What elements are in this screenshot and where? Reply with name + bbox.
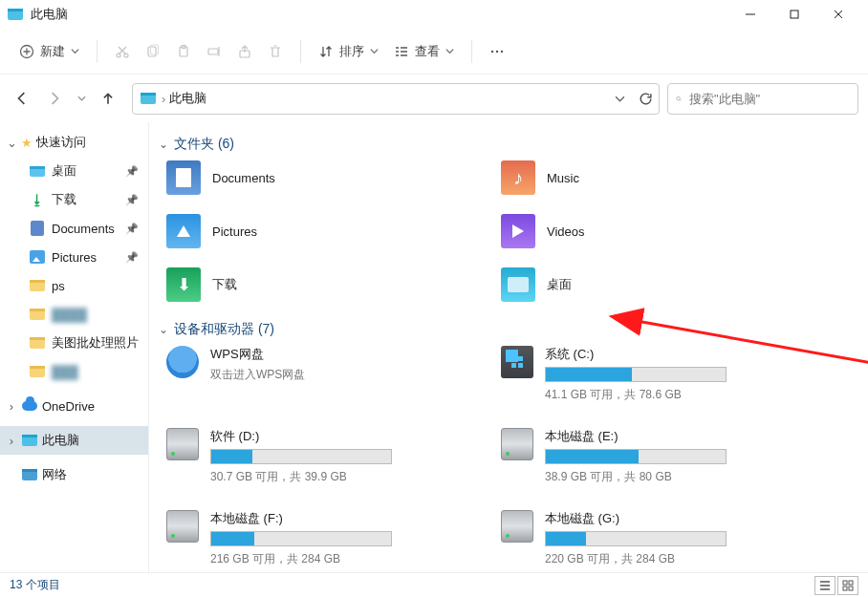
up-button[interactable] (94, 84, 122, 113)
sidebar-this-pc[interactable]: › 此电脑 (0, 426, 148, 455)
sidebar-network-label: 网络 (42, 466, 67, 483)
sidebar-network[interactable]: › 网络 (0, 460, 148, 489)
copy-button[interactable] (138, 38, 168, 65)
drive-item[interactable]: 本地磁盘 (E:)38.9 GB 可用，共 80 GB (501, 428, 818, 485)
minimize-button[interactable] (728, 0, 772, 29)
drive-item[interactable]: 本地磁盘 (F:)216 GB 可用，共 284 GB (166, 510, 484, 567)
folder-item[interactable]: Documents (166, 160, 484, 195)
drive-usage-bar (210, 531, 392, 546)
share-button[interactable] (229, 38, 260, 65)
docs-folder-icon (166, 160, 201, 195)
drive-item[interactable]: WPS网盘双击进入WPS网盘 (166, 346, 484, 403)
desk-folder-icon (501, 267, 535, 302)
svg-point-12 (501, 50, 503, 52)
music-folder-icon (501, 160, 535, 195)
folder-item[interactable]: 下载 (166, 267, 484, 302)
view-details-button[interactable] (814, 576, 835, 595)
sidebar-onedrive[interactable]: › OneDrive (0, 392, 148, 420)
drive-icon (166, 428, 199, 460)
maximize-button[interactable] (772, 0, 816, 29)
drive-item[interactable]: 软件 (D:)30.7 GB 可用，共 39.9 GB (166, 428, 484, 485)
drive-name: 本地磁盘 (G:) (545, 510, 818, 527)
delete-button[interactable] (260, 38, 291, 65)
paste-button[interactable] (168, 38, 199, 65)
address-bar[interactable]: › 此电脑 (132, 83, 660, 115)
svg-point-11 (496, 50, 498, 52)
breadcrumb: › 此电脑 (162, 90, 609, 107)
search-icon (676, 92, 682, 106)
new-button[interactable]: 新建 (11, 37, 87, 66)
drive-usage-bar (545, 367, 727, 382)
chevron-down-icon[interactable] (615, 94, 625, 104)
sidebar-item[interactable]: Pictures📌 (0, 243, 148, 271)
sort-button[interactable]: 排序 (311, 37, 386, 66)
network-icon (22, 469, 37, 480)
drive-name: 本地磁盘 (E:) (545, 428, 818, 445)
history-dropdown[interactable] (73, 84, 90, 113)
folders-section-title: 文件夹 (6) (174, 136, 234, 153)
pin-icon: 📌 (125, 165, 139, 178)
sidebar-quick-access-label: 快速访问 (36, 134, 86, 151)
sidebar-item[interactable]: ps (0, 271, 148, 300)
sidebar-item[interactable]: ███ (0, 357, 148, 386)
sidebar-item[interactable]: 美图批处理照片 (0, 329, 148, 357)
drives-section-header[interactable]: ⌄ 设备和驱动器 (7) (157, 315, 857, 346)
folders-section-header[interactable]: ⌄ 文件夹 (6) (157, 130, 857, 160)
folder-item[interactable]: Pictures (166, 214, 484, 248)
search-input[interactable] (689, 92, 850, 106)
window-title: 此电脑 (31, 6, 728, 23)
pc-icon (141, 93, 156, 104)
view-tiles-button[interactable] (837, 576, 858, 595)
view-button[interactable]: 查看 (386, 37, 462, 66)
main-content: ⌄ 文件夹 (6) DocumentsMusicPicturesVideos下载… (149, 122, 868, 572)
sidebar-item-label: Documents (52, 222, 115, 236)
folder-item[interactable]: Videos (501, 214, 818, 248)
cut-button[interactable] (107, 38, 138, 65)
sidebar-item[interactable]: Documents📌 (0, 214, 148, 243)
forward-button[interactable] (40, 84, 69, 113)
svg-rect-19 (843, 581, 847, 585)
window-controls (728, 0, 860, 29)
sidebar-item[interactable]: ⭳下载📌 (0, 185, 148, 214)
breadcrumb-item[interactable]: 此电脑 (169, 90, 206, 107)
sidebar-item-label: 下载 (52, 191, 76, 208)
drive-icon (166, 346, 199, 378)
sidebar-item[interactable]: ████ (0, 300, 148, 329)
svg-rect-16 (511, 363, 516, 368)
folder-icon (30, 309, 45, 320)
refresh-icon[interactable] (639, 92, 653, 106)
drive-item[interactable]: 系统 (C:)41.1 GB 可用，共 78.6 GB (501, 346, 818, 403)
sort-button-label: 排序 (339, 43, 364, 60)
sidebar-quick-access[interactable]: ⌄ ★ 快速访问 (0, 128, 148, 157)
svg-rect-15 (518, 356, 523, 361)
close-button[interactable] (816, 0, 860, 29)
sidebar-item[interactable]: 桌面📌 (0, 157, 148, 185)
drive-icon (166, 510, 199, 543)
folder-item[interactable]: Music (501, 160, 818, 195)
more-button[interactable] (482, 38, 512, 65)
folder-icon (30, 366, 45, 377)
download-icon: ⭳ (31, 192, 44, 207)
back-button[interactable] (8, 84, 36, 113)
drive-usage-bar (545, 449, 727, 464)
drive-usage-bar (210, 449, 392, 464)
drive-usage-bar (545, 531, 727, 546)
svg-rect-17 (518, 363, 523, 368)
folder-label: 下载 (212, 276, 237, 293)
pin-icon: 📌 (125, 251, 139, 264)
rename-button[interactable] (199, 38, 229, 65)
drive-icon (501, 428, 533, 460)
picture-icon (30, 250, 45, 264)
folder-label: Music (547, 171, 579, 185)
folder-label: Pictures (212, 224, 257, 239)
toolbar: 新建 排序 查看 (0, 29, 868, 75)
sidebar-item-label: Pictures (52, 250, 97, 265)
drive-item[interactable]: 本地磁盘 (G:)220 GB 可用，共 284 GB (501, 510, 818, 567)
pin-icon: 📌 (125, 223, 139, 235)
folder-item[interactable]: 桌面 (501, 267, 818, 302)
drive-name: 软件 (D:) (210, 428, 484, 445)
search-box[interactable] (667, 83, 858, 115)
dl-folder-icon (166, 267, 201, 302)
videos-folder-icon (501, 214, 535, 248)
svg-rect-14 (511, 356, 516, 361)
